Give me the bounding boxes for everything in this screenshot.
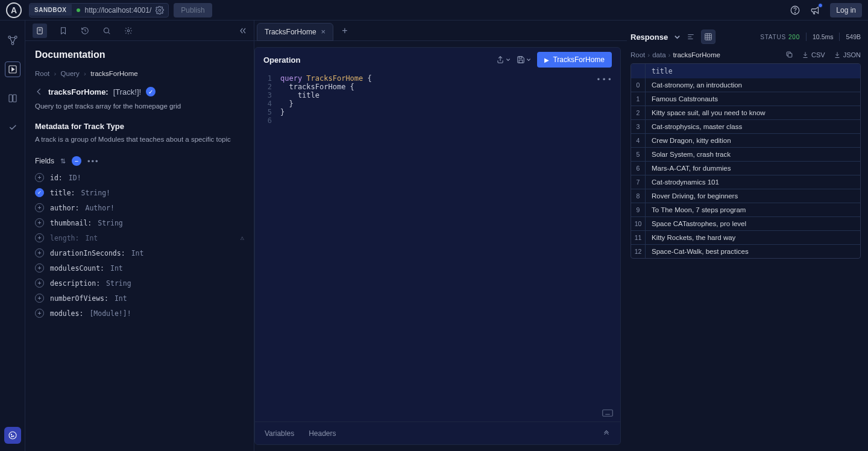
query-editor[interactable]: ••• 1query TracksForHome { 2 tracksForHo… xyxy=(255,72,620,421)
field-item[interactable]: +modules: [Module!]! xyxy=(35,308,244,319)
field-type-label[interactable]: Int xyxy=(85,234,98,242)
run-button[interactable]: ▶ TracksForHome xyxy=(537,52,612,68)
endpoint-settings-icon[interactable] xyxy=(155,5,165,15)
table-row[interactable]: 1Famous Catstronauts xyxy=(631,92,860,106)
app-logo[interactable]: A xyxy=(6,2,22,18)
checks-icon[interactable] xyxy=(5,119,20,135)
field-label: description: xyxy=(50,279,100,288)
field-item[interactable]: title: String! xyxy=(35,187,244,198)
field-item[interactable]: +modulesCount: Int xyxy=(35,262,244,274)
cookie-settings-icon[interactable] xyxy=(4,427,21,444)
row-index: 7 xyxy=(631,175,646,189)
topbar: A SANDBOX http://localhost:4001/ Publish… xyxy=(0,0,868,20)
search-icon[interactable] xyxy=(101,25,112,36)
export-json-button[interactable]: JSON xyxy=(834,51,861,58)
operation-tab[interactable]: TracksForHome × xyxy=(257,23,333,41)
url-input[interactable]: http://localhost:4001/ xyxy=(85,6,152,14)
field-item[interactable]: +description: String xyxy=(35,277,244,289)
table-row[interactable]: 5Solar System, crash track xyxy=(631,147,860,161)
field-type-label[interactable]: String xyxy=(98,219,123,227)
add-field-icon[interactable]: + xyxy=(35,248,44,257)
doc-toolbar xyxy=(25,20,254,41)
field-type-label[interactable]: Int xyxy=(131,249,144,257)
table-row[interactable]: 10Space CATastrophes, pro level xyxy=(631,216,860,230)
bookmark-icon[interactable] xyxy=(58,25,69,36)
row-index: 2 xyxy=(631,106,646,119)
row-title: Kitty space suit, all you need to know xyxy=(646,106,860,119)
fields-more-icon[interactable]: ••• xyxy=(87,157,99,166)
add-field-icon[interactable]: + xyxy=(35,309,44,318)
field-item[interactable]: +length: Int⚠ xyxy=(35,232,244,244)
expand-footer-icon[interactable] xyxy=(602,429,611,438)
table-row[interactable]: 8Rover Driving, for beginners xyxy=(631,189,860,203)
column-header-title[interactable]: title xyxy=(646,64,860,78)
table-row[interactable]: 9To The Moon, 7 steps program xyxy=(631,203,860,216)
format-icon[interactable] xyxy=(687,33,695,41)
settings-icon[interactable] xyxy=(123,25,134,36)
table-row[interactable]: 4Crew Dragon, kitty edition xyxy=(631,133,860,147)
table-row[interactable]: 11Kitty Rockets, the hard way xyxy=(631,230,860,244)
table-row[interactable]: 12Space-Cat-Walk, best practices xyxy=(631,244,860,258)
breadcrumb-query[interactable]: Query xyxy=(61,70,80,77)
field-item[interactable]: +id: ID! xyxy=(35,172,244,183)
table-row[interactable]: 2Kitty space suit, all you need to know xyxy=(631,106,860,119)
tab-add-icon[interactable]: + xyxy=(342,25,347,36)
back-arrow-icon[interactable] xyxy=(35,87,43,96)
add-field-icon[interactable]: + xyxy=(35,203,44,212)
announcements-icon[interactable] xyxy=(810,4,822,16)
sandbox-url-capsule[interactable]: SANDBOX http://localhost:4001/ xyxy=(29,3,169,17)
field-type-label[interactable]: String! xyxy=(81,189,110,197)
add-field-icon[interactable]: + xyxy=(35,173,44,182)
field-item[interactable]: +durationInSeconds: Int xyxy=(35,247,244,259)
field-item[interactable]: +numberOfViews: Int xyxy=(35,292,244,304)
field-type-label[interactable]: Author! xyxy=(85,204,114,212)
editor-more-icon[interactable]: ••• xyxy=(596,75,613,84)
table-row[interactable]: 7Cat-strodynamics 101 xyxy=(631,175,860,189)
field-type[interactable]: [Track!]! xyxy=(113,87,141,96)
field-type-label[interactable]: Int xyxy=(115,294,127,303)
help-icon[interactable] xyxy=(789,4,801,16)
table-row[interactable]: 3Cat-strophysics, master class xyxy=(631,119,860,133)
diff-icon[interactable] xyxy=(5,90,20,106)
field-type-label[interactable]: Int xyxy=(110,264,123,273)
breadcrumb-root[interactable]: Root xyxy=(35,70,49,77)
resp-breadcrumb-data[interactable]: data xyxy=(652,51,665,58)
history-icon[interactable] xyxy=(80,25,90,36)
tab-close-icon[interactable]: × xyxy=(321,27,326,36)
share-icon[interactable] xyxy=(496,55,511,64)
response-panel: Response STATUS200 10.5ms 549B Root › da… xyxy=(627,20,868,451)
add-field-icon[interactable]: + xyxy=(35,263,44,273)
login-button[interactable]: Log in xyxy=(830,3,862,17)
resp-breadcrumb-root[interactable]: Root xyxy=(631,51,645,58)
variables-tab[interactable]: Variables xyxy=(265,429,294,438)
field-type-label[interactable]: ID! xyxy=(69,174,81,182)
field-type-label[interactable]: [Module!]! xyxy=(89,309,131,318)
table-row[interactable]: 6Mars-A-CAT, for dummies xyxy=(631,161,860,175)
table-view-icon[interactable] xyxy=(701,30,715,44)
selected-badge-icon[interactable] xyxy=(146,87,156,96)
doc-tab-icon[interactable] xyxy=(33,24,47,38)
save-icon[interactable] xyxy=(517,55,531,64)
doc-breadcrumb[interactable]: Root › Query › tracksForHome xyxy=(35,70,244,77)
field-type-label[interactable]: String xyxy=(106,279,131,288)
add-field-icon[interactable]: + xyxy=(35,233,44,242)
keyboard-icon[interactable] xyxy=(602,409,613,417)
collapse-panel-icon[interactable] xyxy=(238,27,248,34)
export-csv-button[interactable]: CSV xyxy=(802,51,825,58)
schema-icon[interactable] xyxy=(5,33,20,48)
field-item[interactable]: +author: Author! xyxy=(35,202,244,213)
add-field-icon[interactable]: + xyxy=(35,279,44,288)
add-field-icon[interactable]: + xyxy=(35,218,44,227)
deselect-all-icon[interactable]: − xyxy=(72,156,81,166)
response-dropdown-icon[interactable] xyxy=(674,34,681,40)
field-label: thumbnail: xyxy=(50,219,92,227)
headers-tab[interactable]: Headers xyxy=(309,429,336,438)
selected-field-icon[interactable] xyxy=(35,188,44,197)
table-row[interactable]: 0Cat-stronomy, an introduction xyxy=(631,78,860,92)
field-item[interactable]: +thumbnail: String xyxy=(35,217,244,229)
sort-icon[interactable]: ⇅ xyxy=(60,157,66,165)
copy-icon[interactable] xyxy=(785,51,793,58)
publish-button[interactable]: Publish xyxy=(174,3,212,17)
add-field-icon[interactable]: + xyxy=(35,294,44,303)
explorer-icon[interactable] xyxy=(5,62,20,77)
